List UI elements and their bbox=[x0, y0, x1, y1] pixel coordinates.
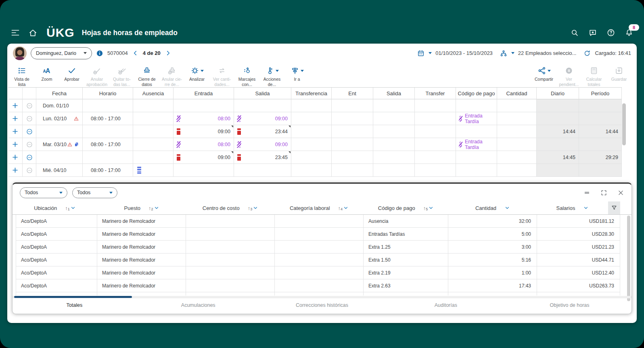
in-punch-cell[interactable]: 08:00 bbox=[174, 112, 234, 125]
chevron-down-icon[interactable] bbox=[343, 205, 349, 211]
remove-row-button[interactable] bbox=[26, 167, 33, 174]
toolbar-list-view-button[interactable]: Vista de lista bbox=[10, 63, 33, 87]
totals-column-header-centro-de-costo[interactable]: Centro de costo↑3 bbox=[186, 201, 275, 214]
amount-cell[interactable] bbox=[497, 112, 537, 125]
paycode-cell[interactable] bbox=[456, 164, 497, 177]
in2-punch-cell[interactable] bbox=[332, 138, 373, 151]
chevron-down-icon[interactable] bbox=[583, 205, 589, 211]
schedule-cell[interactable] bbox=[83, 125, 133, 138]
tab-auditor-as[interactable]: Auditorías bbox=[384, 298, 508, 312]
feedback-icon[interactable] bbox=[588, 28, 597, 37]
in-punch-cell[interactable]: 09:00 bbox=[174, 125, 234, 138]
toolbar-share-button[interactable]: Compartir bbox=[533, 63, 555, 87]
amount-cell[interactable] bbox=[497, 99, 537, 112]
search-icon[interactable] bbox=[570, 28, 579, 37]
absence-cell[interactable] bbox=[133, 112, 174, 125]
out-punch-cell[interactable]: 09:00 bbox=[234, 138, 291, 151]
out-punch-cell[interactable] bbox=[234, 164, 291, 177]
plus-icon[interactable] bbox=[12, 128, 19, 135]
transfer-cell[interactable] bbox=[291, 138, 332, 151]
out-punch-cell[interactable] bbox=[234, 99, 291, 112]
totals-vertical-scrollbar[interactable] bbox=[627, 216, 630, 301]
hamburger-menu-icon[interactable] bbox=[10, 28, 20, 38]
in-punch-cell[interactable]: 08:00 bbox=[174, 138, 234, 151]
transfer2-cell[interactable] bbox=[415, 138, 456, 151]
absence-cell[interactable] bbox=[133, 138, 174, 151]
plus-icon[interactable] bbox=[12, 167, 19, 174]
transfer2-cell[interactable] bbox=[415, 112, 456, 125]
totals-column-header-cantidad[interactable]: Cantidad bbox=[448, 201, 537, 214]
toolbar-punches-button[interactable]: Marcajes con... bbox=[236, 63, 258, 87]
chevron-down-icon[interactable] bbox=[429, 52, 432, 54]
schedule-cell[interactable]: 08:00 - 17:00 bbox=[83, 138, 133, 151]
help-icon[interactable] bbox=[606, 28, 615, 37]
tab-totales[interactable]: Totales bbox=[13, 298, 136, 312]
transfer2-cell[interactable] bbox=[415, 164, 456, 177]
bell-icon[interactable]: 8 bbox=[625, 28, 634, 37]
remove-row-button[interactable] bbox=[26, 154, 33, 161]
previous-employee-button[interactable] bbox=[132, 50, 139, 57]
remove-row-button[interactable] bbox=[26, 128, 33, 135]
tab-correcciones-hist-ricas[interactable]: Correcciones históricas bbox=[260, 298, 384, 312]
totals-horizontal-scrollbar-track[interactable] bbox=[13, 296, 631, 298]
out-punch-cell[interactable]: 23:45 bbox=[234, 151, 291, 164]
in2-punch-cell[interactable] bbox=[332, 112, 373, 125]
maximize-panel-icon[interactable] bbox=[600, 189, 607, 196]
transfer-cell[interactable] bbox=[291, 125, 332, 138]
employee-selector[interactable]: Dominguez, Dario bbox=[31, 47, 92, 59]
remove-row-button[interactable] bbox=[26, 141, 33, 148]
employees-selected[interactable]: 22 Empleados seleccio... bbox=[518, 50, 577, 56]
transfer-cell[interactable] bbox=[291, 99, 332, 112]
amount-cell[interactable] bbox=[497, 151, 537, 164]
chevron-down-icon[interactable] bbox=[511, 52, 514, 54]
absence-cell[interactable] bbox=[133, 151, 174, 164]
totals-column-header-ubicaci-n[interactable]: Ubicación↑1 bbox=[13, 201, 97, 214]
chevron-down-icon[interactable] bbox=[504, 205, 510, 211]
plus-icon[interactable] bbox=[12, 154, 19, 161]
paycode-cell[interactable] bbox=[456, 125, 497, 138]
transfer-cell[interactable] bbox=[291, 151, 332, 164]
in-punch-cell[interactable]: 09:00 bbox=[174, 151, 234, 164]
toolbar-analyze-button[interactable]: Analizar bbox=[186, 63, 208, 87]
in2-punch-cell[interactable] bbox=[332, 151, 373, 164]
totals-column-header-c-digo-de-pago[interactable]: Código de pago↑5 bbox=[364, 201, 448, 214]
plus-icon[interactable] bbox=[12, 102, 19, 109]
chevron-down-icon[interactable] bbox=[253, 205, 258, 211]
hyperfind-icon[interactable] bbox=[500, 49, 508, 57]
out-punch-cell[interactable]: 09:00 bbox=[234, 112, 291, 125]
paycode-cell[interactable]: Entrada Tardía bbox=[456, 138, 497, 151]
out2-punch-cell[interactable] bbox=[373, 125, 415, 138]
transfer2-cell[interactable] bbox=[415, 99, 456, 112]
schedule-cell[interactable]: 08:00 - 17:00 bbox=[83, 164, 133, 177]
filter-button[interactable] bbox=[608, 201, 620, 214]
in-punch-cell[interactable] bbox=[174, 99, 234, 112]
tab-objetivo-de-horas[interactable]: Objetivo de horas bbox=[508, 298, 631, 312]
transfer2-cell[interactable] bbox=[415, 125, 456, 138]
totals-column-header-salarios[interactable]: Salarios bbox=[537, 201, 608, 214]
remove-row-button[interactable] bbox=[26, 115, 33, 122]
plus-icon[interactable] bbox=[12, 115, 19, 122]
tab-acumulaciones[interactable]: Acumulaciones bbox=[136, 298, 260, 312]
date-range[interactable]: 01/10/2023 - 15/10/2023 bbox=[435, 50, 493, 56]
out2-punch-cell[interactable] bbox=[373, 164, 415, 177]
timesheet-vertical-scrollbar[interactable] bbox=[622, 103, 626, 145]
out2-punch-cell[interactable] bbox=[373, 138, 415, 151]
totals-column-header-categor-a-laboral[interactable]: Categoría laboral↑4 bbox=[275, 201, 364, 214]
plus-icon[interactable] bbox=[12, 141, 19, 148]
transfer-cell[interactable] bbox=[291, 112, 332, 125]
calendar-icon[interactable] bbox=[417, 49, 425, 57]
out-punch-cell[interactable]: 23:44 bbox=[234, 125, 291, 138]
info-icon[interactable] bbox=[96, 50, 103, 57]
transfer-cell[interactable] bbox=[291, 164, 332, 177]
paycode-cell[interactable] bbox=[456, 151, 497, 164]
paycode-cell[interactable] bbox=[456, 99, 497, 112]
chevron-down-icon[interactable] bbox=[428, 205, 434, 211]
filter-dropdown-1[interactable]: Todos bbox=[20, 187, 67, 198]
in2-punch-cell[interactable] bbox=[332, 164, 373, 177]
toolbar-go-to-button[interactable]: Ir a bbox=[286, 63, 308, 87]
next-employee-button[interactable] bbox=[165, 50, 171, 57]
transfer2-cell[interactable] bbox=[415, 151, 456, 164]
schedule-cell[interactable] bbox=[83, 99, 133, 112]
filter-dropdown-2[interactable]: Todos bbox=[72, 187, 117, 198]
in2-punch-cell[interactable] bbox=[332, 99, 373, 112]
